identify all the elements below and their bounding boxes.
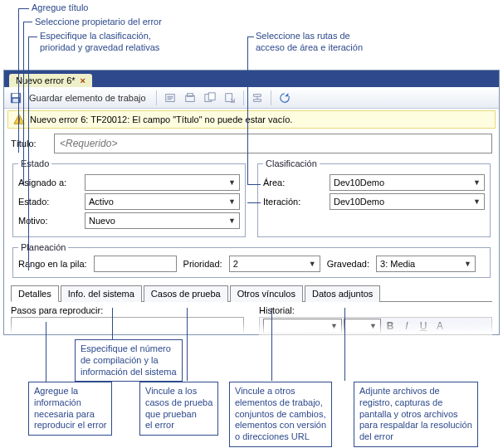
callout-specify-class: Especifique la clasificación, prioridad … <box>40 31 159 54</box>
leader-line <box>187 308 188 381</box>
document-tab-title: Nuevo error 6* <box>16 75 76 85</box>
lower-tabs: Detalles Info. del sistema Casos de prue… <box>11 285 492 302</box>
toolbar-btn-2[interactable] <box>182 90 198 106</box>
chevron-down-icon: ▼ <box>473 178 481 187</box>
tab-system-info[interactable]: Info. del sistema <box>61 285 142 302</box>
classification-group: Clasificación Área: Dev10Demo▼ Iteración… <box>257 158 491 237</box>
chevron-down-icon: ▼ <box>464 260 471 268</box>
severity-label: Gravedad: <box>327 259 369 269</box>
callout-link-other: Vincule a otros elementos de trabajo, co… <box>229 382 332 447</box>
chevron-down-icon: ▼ <box>228 217 236 225</box>
separator <box>271 90 271 105</box>
leader-line <box>23 22 32 22</box>
leader-line <box>28 37 29 270</box>
refresh-icon[interactable] <box>276 90 293 106</box>
svg-rect-7 <box>208 92 215 100</box>
fade-edge <box>4 323 499 334</box>
save-icon[interactable] <box>7 90 24 106</box>
leader-line <box>112 308 113 339</box>
validation-error-bar: Nuevo error 6: TF20012: El campo "Título… <box>7 110 496 129</box>
chevron-down-icon: ▼ <box>228 197 236 206</box>
toolbar-btn-1[interactable] <box>162 90 178 106</box>
leader-line <box>344 308 345 381</box>
save-button-label[interactable]: Guardar elemento de trabajo <box>29 93 146 103</box>
validation-error-text: Nuevo error 6: TF20012: El campo "Título… <box>30 114 292 124</box>
separator <box>243 90 244 105</box>
severity-select[interactable]: 3: Media▼ <box>376 256 476 272</box>
tab-details[interactable]: Detalles <box>11 285 59 302</box>
area-label: Área: <box>263 178 326 187</box>
title-label: Título: <box>11 139 49 149</box>
callout-attach: Adjunte archivos de registro, capturas d… <box>354 382 478 447</box>
toolbar-btn-4[interactable] <box>222 90 238 106</box>
toolbar-btn-3[interactable] <box>202 90 218 106</box>
planning-group: Planeación Rango en la pila: Prioridad: … <box>12 242 491 278</box>
iteration-select[interactable]: Dev10Demo▼ <box>330 193 485 210</box>
planning-legend: Planeación <box>18 242 68 252</box>
chevron-down-icon: ▼ <box>309 260 316 268</box>
leader-line <box>271 308 272 381</box>
priority-select[interactable]: 2▼ <box>229 256 320 272</box>
leader-line <box>23 22 24 186</box>
iteration-label: Iteración: <box>263 197 326 207</box>
callout-area-paths: Seleccione las rutas de acceso de área e… <box>256 31 363 54</box>
tab-test-cases[interactable]: Casos de prueba <box>144 285 228 302</box>
tab-attachments[interactable]: Datos adjuntos <box>305 285 380 302</box>
callout-add-title: Agregue título <box>32 2 89 14</box>
svg-rect-8 <box>225 93 232 101</box>
priority-label: Prioridad: <box>183 259 222 269</box>
leader-line <box>247 37 248 184</box>
tab-other-links[interactable]: Otros vínculos <box>230 285 303 302</box>
leader-line <box>28 37 37 37</box>
document-tab[interactable]: Nuevo error 6* × <box>9 74 92 87</box>
toolbar: Guardar elemento de trabajo <box>4 87 499 109</box>
leader-line <box>247 202 261 203</box>
window-chrome: Nuevo error 6* × <box>4 71 499 87</box>
leader-line <box>247 184 261 185</box>
leader-line <box>46 322 46 382</box>
stack-rank-input[interactable] <box>94 256 177 272</box>
chevron-down-icon: ▼ <box>228 178 236 187</box>
classification-legend: Clasificación <box>263 158 320 168</box>
leader-line <box>18 8 29 9</box>
history-label: Historial: <box>259 305 492 315</box>
reason-select[interactable]: Nuevo▼ <box>85 212 240 229</box>
work-item-form: Título: Estado Asignado a: ▼ Estado: Act… <box>4 130 499 335</box>
callout-add-repro: Agregue la información necesaria para re… <box>28 382 112 436</box>
callout-link-tests: Vincule a los casos de prueba que prueba… <box>139 382 218 436</box>
callout-sysinfo: Especifique el número de compilación y l… <box>75 339 183 382</box>
leader-line <box>247 37 254 37</box>
state-select[interactable]: Activo▼ <box>85 193 240 210</box>
area-select[interactable]: Dev10Demo▼ <box>330 174 485 191</box>
state-group: Estado Asignado a: ▼ Estado: Activo▼ Mot… <box>12 158 246 237</box>
callout-select-owner: Seleccione propietario del error <box>35 17 162 28</box>
assigned-to-select[interactable]: ▼ <box>85 174 240 191</box>
separator <box>156 90 157 105</box>
chevron-down-icon: ▼ <box>473 197 481 206</box>
toolbar-btn-5[interactable] <box>249 90 266 106</box>
leader-line <box>18 8 19 153</box>
close-icon[interactable]: × <box>81 75 85 85</box>
repro-steps-label: Pasos para reproducir: <box>11 305 244 315</box>
title-input[interactable] <box>54 134 492 153</box>
